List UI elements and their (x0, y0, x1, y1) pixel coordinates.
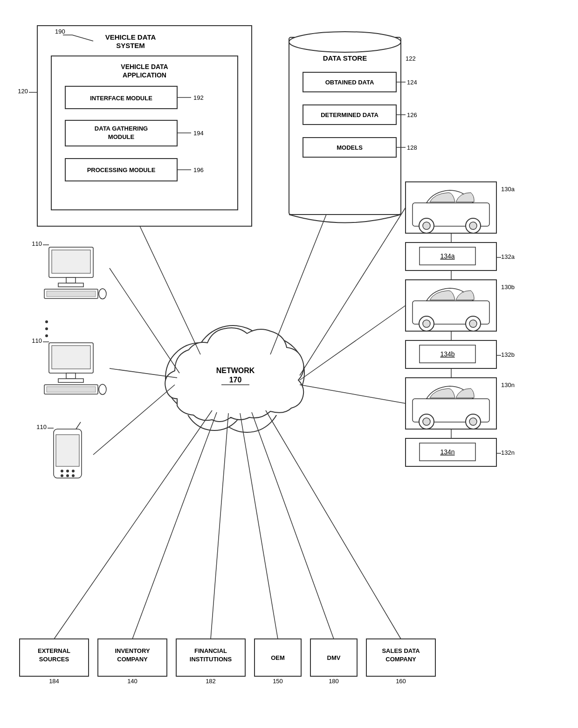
ref-192: 192 (193, 94, 204, 101)
svg-line-54 (76, 422, 81, 429)
financial-inst-label2: INSTITUTIONS (190, 656, 232, 663)
vehicle-data-system-label: VEHICLE DATA (105, 33, 156, 41)
models-label: MODELS (337, 144, 363, 151)
label-134a: 134a (440, 252, 454, 260)
svg-rect-40 (66, 373, 76, 379)
ref-196: 196 (193, 166, 204, 173)
label-134n: 134n (440, 448, 454, 456)
svg-line-96 (132, 412, 217, 639)
ref-110a: 110 (32, 240, 42, 247)
external-sources-label1: EXTERNAL (38, 647, 70, 654)
svg-rect-29 (66, 277, 76, 283)
mobile-phone (54, 422, 82, 478)
svg-point-70 (469, 320, 477, 327)
ref-130b: 130b (501, 284, 515, 291)
label-134b: 134b (440, 350, 454, 358)
svg-line-102 (270, 215, 326, 354)
svg-rect-28 (52, 250, 90, 273)
svg-point-51 (61, 474, 63, 477)
data-gathering-label2: MODULE (108, 133, 135, 140)
vehicle-data-app-label2: APPLICATION (123, 71, 166, 79)
svg-point-59 (423, 222, 430, 229)
svg-rect-11 (289, 37, 401, 215)
svg-line-89 (300, 208, 406, 375)
svg-line-99 (252, 412, 334, 639)
svg-point-77 (423, 418, 430, 425)
svg-line-92 (110, 268, 179, 373)
inventory-company-label2: COMPANY (117, 656, 148, 663)
svg-rect-30 (58, 283, 83, 287)
ref-132a: 132a (501, 253, 515, 260)
svg-rect-47 (56, 435, 79, 466)
data-store-label: DATA STORE (323, 54, 367, 62)
diagram-container: VEHICLE DATA SYSTEM 190 120 VEHICLE DATA… (0, 0, 578, 728)
svg-rect-32 (47, 291, 96, 297)
ref-124: 124 (407, 79, 417, 86)
network-label: NETWORK (216, 367, 255, 374)
inventory-company-label1: INVENTORY (115, 647, 150, 654)
ref-160: 160 (396, 678, 406, 685)
oem-label: OEM (271, 654, 285, 661)
svg-point-36 (45, 327, 48, 330)
svg-line-94 (93, 385, 175, 455)
svg-point-52 (66, 474, 69, 477)
ref-132n: 132n (501, 449, 515, 456)
svg-rect-41 (58, 379, 83, 382)
interface-module-label: INTERFACE MODULE (90, 95, 152, 102)
svg-point-53 (72, 474, 75, 477)
ref-182: 182 (206, 678, 216, 685)
vehicle-data-app-label1: VEHICLE DATA (121, 63, 168, 70)
svg-point-12 (289, 32, 401, 52)
ref-150: 150 (273, 678, 283, 685)
svg-point-61 (469, 222, 477, 229)
ref-180: 180 (329, 678, 339, 685)
ref-122: 122 (406, 55, 416, 62)
ref-128: 128 (407, 144, 417, 151)
processing-module-label: PROCESSING MODULE (87, 166, 156, 173)
ref-140: 140 (127, 678, 138, 685)
financial-inst-label1: FINANCIAL (194, 647, 227, 654)
svg-point-33 (99, 289, 106, 299)
computer-2 (44, 343, 106, 395)
svg-point-49 (66, 470, 69, 472)
svg-rect-43 (47, 387, 96, 392)
ref-110b: 110 (32, 337, 42, 344)
ref-190: 190 (55, 28, 65, 35)
dmv-label: DMV (327, 654, 341, 661)
svg-point-35 (45, 320, 48, 323)
svg-point-44 (99, 384, 106, 395)
obtained-data-label: OBTAINED DATA (325, 79, 374, 86)
sales-data-label2: COMPANY (385, 656, 416, 663)
svg-point-48 (61, 470, 63, 472)
svg-line-91 (300, 385, 406, 403)
ref-184: 184 (49, 678, 59, 685)
svg-rect-39 (52, 346, 90, 369)
data-gathering-label1: DATA GATHERING (95, 125, 148, 132)
main-diagram-svg: VEHICLE DATA SYSTEM 190 120 VEHICLE DATA… (0, 0, 578, 728)
ref-194: 194 (193, 130, 204, 137)
svg-line-100 (266, 410, 401, 639)
ref-130n: 130n (501, 381, 515, 388)
network-ref: 170 (229, 376, 242, 384)
ref-130a: 130a (501, 186, 515, 193)
svg-line-90 (300, 305, 406, 380)
determined-data-label: DETERMINED DATA (321, 111, 378, 118)
svg-point-50 (72, 470, 75, 472)
vehicle-data-system-label2: SYSTEM (116, 42, 145, 49)
svg-point-37 (45, 334, 48, 337)
svg-line-97 (211, 413, 228, 639)
computer-1 (44, 247, 106, 299)
ref-120: 120 (18, 88, 28, 95)
svg-point-79 (469, 418, 477, 425)
svg-line-98 (240, 413, 278, 639)
external-sources-label2: SOURCES (39, 656, 69, 663)
ref-126: 126 (407, 111, 417, 118)
svg-line-101 (140, 226, 200, 354)
ref-110c: 110 (36, 423, 47, 430)
sales-data-label1: SALES DATA (382, 647, 420, 654)
svg-point-68 (423, 320, 430, 327)
ref-132b: 132b (501, 351, 515, 358)
